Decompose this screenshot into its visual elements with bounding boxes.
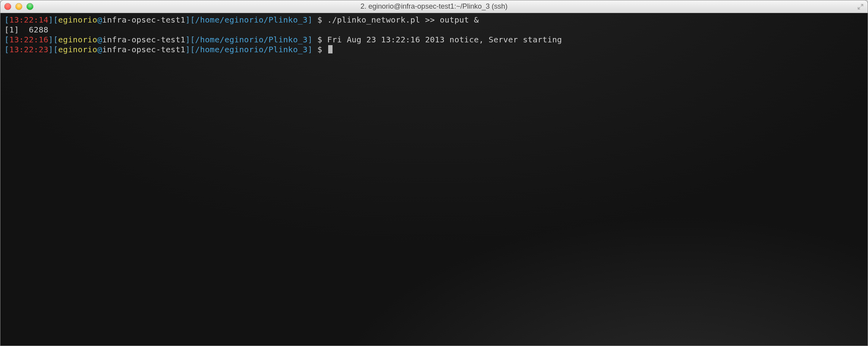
prompt-symbol: $ <box>313 35 327 44</box>
bracket-open: [ <box>53 35 58 44</box>
prompt-user: eginorio <box>58 35 98 44</box>
terminal-output: [1] 6288 <box>4 25 48 34</box>
at-icon: @ <box>98 35 102 44</box>
titlebar[interactable]: 2. eginorio@infra-opsec-test1:~/Plinko_3… <box>0 0 868 13</box>
zoom-icon[interactable] <box>27 3 33 10</box>
bracket-close: ] <box>308 35 312 44</box>
prompt-time: 13:22:16 <box>9 35 48 44</box>
terminal-line: [13:22:23][eginorio@infra-opsec-test1][/… <box>4 45 864 55</box>
terminal-line: [1] 6288 <box>4 25 864 35</box>
bracket-close: ] <box>185 35 190 44</box>
bracket-close: ] <box>48 45 53 54</box>
prompt-path: /home/eginorio/Plinko_3 <box>195 15 308 25</box>
terminal-line: [13:22:16][eginorio@infra-opsec-test1][/… <box>4 35 864 45</box>
prompt-time: 13:22:14 <box>9 15 48 25</box>
bracket-open: [ <box>190 35 195 44</box>
terminal-command: ./plinko_network.pl >> output & <box>327 15 479 25</box>
bracket-close: ] <box>308 45 312 54</box>
prompt-host: infra-opsec-test1 <box>102 35 185 44</box>
bracket-open: [ <box>4 45 9 54</box>
prompt-symbol: $ <box>313 45 327 54</box>
bracket-close: ] <box>48 15 53 25</box>
terminal-line: [13:22:14][eginorio@infra-opsec-test1][/… <box>4 15 864 25</box>
prompt-time: 13:22:23 <box>9 45 48 54</box>
terminal-area[interactable]: [13:22:14][eginorio@infra-opsec-test1][/… <box>0 13 868 346</box>
bracket-open: [ <box>190 45 195 54</box>
close-icon[interactable] <box>4 3 11 10</box>
bracket-close: ] <box>185 45 190 54</box>
cursor-icon <box>328 45 333 53</box>
prompt-path: /home/eginorio/Plinko_3 <box>195 45 308 54</box>
bracket-close: ] <box>48 35 53 44</box>
at-icon: @ <box>98 45 102 54</box>
prompt-symbol: $ <box>313 15 327 25</box>
fullscreen-icon[interactable] <box>857 4 864 10</box>
bracket-open: [ <box>4 15 9 25</box>
prompt-host: infra-opsec-test1 <box>102 15 185 25</box>
at-icon: @ <box>98 15 102 25</box>
prompt-user: eginorio <box>58 15 98 25</box>
prompt-user: eginorio <box>58 45 98 54</box>
bracket-open: [ <box>53 15 58 25</box>
bracket-open: [ <box>4 35 9 44</box>
bracket-open: [ <box>53 45 58 54</box>
terminal-window: 2. eginorio@infra-opsec-test1:~/Plinko_3… <box>0 0 868 346</box>
window-title: 2. eginorio@infra-opsec-test1:~/Plinko_3… <box>0 2 868 11</box>
prompt-host: infra-opsec-test1 <box>102 45 185 54</box>
bracket-open: [ <box>190 15 195 25</box>
window-controls <box>4 3 33 10</box>
bracket-close: ] <box>185 15 190 25</box>
terminal-command: Fri Aug 23 13:22:16 2013 notice, Server … <box>327 35 562 44</box>
bracket-close: ] <box>308 15 312 25</box>
minimize-icon[interactable] <box>15 3 22 10</box>
prompt-path: /home/eginorio/Plinko_3 <box>195 35 308 44</box>
